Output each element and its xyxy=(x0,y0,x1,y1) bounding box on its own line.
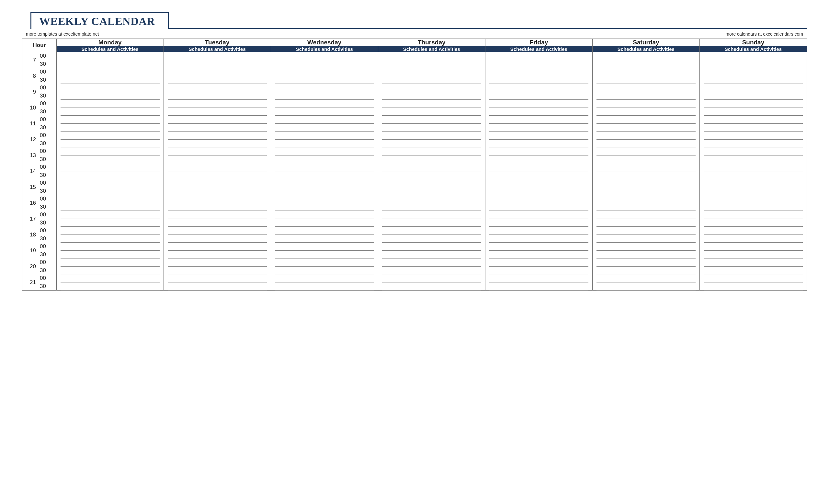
schedule-slot[interactable] xyxy=(597,132,695,140)
schedule-slot[interactable] xyxy=(597,258,695,266)
schedule-slot[interactable] xyxy=(704,203,803,211)
schedule-slot[interactable] xyxy=(489,147,588,155)
schedule-slot[interactable] xyxy=(275,243,374,251)
schedule-slot[interactable] xyxy=(61,76,160,84)
schedule-slot[interactable] xyxy=(382,92,481,100)
schedule-slot[interactable] xyxy=(382,76,481,84)
schedule-slot[interactable] xyxy=(382,251,481,259)
schedule-slot[interactable] xyxy=(597,203,695,211)
schedule-slot[interactable] xyxy=(382,195,481,203)
schedule-slot[interactable] xyxy=(489,60,588,68)
schedule-slot[interactable] xyxy=(168,147,267,155)
schedule-slot[interactable] xyxy=(597,140,695,148)
schedule-slot[interactable] xyxy=(168,211,267,219)
schedule-slot[interactable] xyxy=(597,84,695,92)
schedule-slot[interactable] xyxy=(489,116,588,124)
schedule-slot[interactable] xyxy=(61,258,160,266)
schedule-slot[interactable] xyxy=(597,235,695,243)
day-column-monday[interactable] xyxy=(57,52,164,290)
schedule-slot[interactable] xyxy=(382,282,481,291)
schedule-slot[interactable] xyxy=(168,227,267,235)
schedule-slot[interactable] xyxy=(382,132,481,140)
schedule-slot[interactable] xyxy=(275,227,374,235)
schedule-slot[interactable] xyxy=(61,266,160,275)
schedule-slot[interactable] xyxy=(704,251,803,259)
schedule-slot[interactable] xyxy=(704,219,803,227)
schedule-slot[interactable] xyxy=(168,124,267,132)
schedule-slot[interactable] xyxy=(61,84,160,92)
schedule-slot[interactable] xyxy=(597,60,695,68)
schedule-slot[interactable] xyxy=(489,179,588,187)
schedule-slot[interactable] xyxy=(61,116,160,124)
schedule-slot[interactable] xyxy=(61,124,160,132)
schedule-slot[interactable] xyxy=(489,52,588,60)
schedule-slot[interactable] xyxy=(382,243,481,251)
schedule-slot[interactable] xyxy=(597,219,695,227)
schedule-slot[interactable] xyxy=(597,179,695,187)
schedule-slot[interactable] xyxy=(704,258,803,266)
schedule-slot[interactable] xyxy=(704,163,803,171)
schedule-slot[interactable] xyxy=(168,132,267,140)
schedule-slot[interactable] xyxy=(275,235,374,243)
schedule-slot[interactable] xyxy=(168,92,267,100)
schedule-slot[interactable] xyxy=(61,274,160,282)
schedule-slot[interactable] xyxy=(597,108,695,116)
schedule-slot[interactable] xyxy=(489,108,588,116)
schedule-slot[interactable] xyxy=(275,124,374,132)
schedule-slot[interactable] xyxy=(168,258,267,266)
schedule-slot[interactable] xyxy=(61,251,160,259)
schedule-slot[interactable] xyxy=(382,84,481,92)
schedule-slot[interactable] xyxy=(704,282,803,291)
schedule-slot[interactable] xyxy=(275,211,374,219)
more-templates-link[interactable]: more templates at exceltemplate.net xyxy=(26,31,99,37)
schedule-slot[interactable] xyxy=(382,68,481,76)
schedule-slot[interactable] xyxy=(275,68,374,76)
schedule-slot[interactable] xyxy=(61,235,160,243)
schedule-slot[interactable] xyxy=(704,108,803,116)
schedule-slot[interactable] xyxy=(704,274,803,282)
schedule-slot[interactable] xyxy=(275,258,374,266)
schedule-slot[interactable] xyxy=(382,116,481,124)
schedule-slot[interactable] xyxy=(597,92,695,100)
schedule-slot[interactable] xyxy=(489,124,588,132)
schedule-slot[interactable] xyxy=(168,116,267,124)
schedule-slot[interactable] xyxy=(704,179,803,187)
schedule-slot[interactable] xyxy=(704,84,803,92)
schedule-slot[interactable] xyxy=(489,219,588,227)
schedule-slot[interactable] xyxy=(597,52,695,60)
schedule-slot[interactable] xyxy=(61,52,160,60)
schedule-slot[interactable] xyxy=(275,52,374,60)
schedule-slot[interactable] xyxy=(275,92,374,100)
schedule-slot[interactable] xyxy=(489,274,588,282)
schedule-slot[interactable] xyxy=(275,140,374,148)
schedule-slot[interactable] xyxy=(382,274,481,282)
schedule-slot[interactable] xyxy=(275,76,374,84)
schedule-slot[interactable] xyxy=(168,163,267,171)
schedule-slot[interactable] xyxy=(489,76,588,84)
schedule-slot[interactable] xyxy=(382,147,481,155)
schedule-slot[interactable] xyxy=(168,100,267,108)
schedule-slot[interactable] xyxy=(489,258,588,266)
schedule-slot[interactable] xyxy=(61,187,160,195)
schedule-slot[interactable] xyxy=(275,171,374,179)
schedule-slot[interactable] xyxy=(489,163,588,171)
schedule-slot[interactable] xyxy=(275,155,374,164)
schedule-slot[interactable] xyxy=(489,92,588,100)
schedule-slot[interactable] xyxy=(168,187,267,195)
schedule-slot[interactable] xyxy=(597,116,695,124)
schedule-slot[interactable] xyxy=(168,155,267,164)
schedule-slot[interactable] xyxy=(597,282,695,291)
schedule-slot[interactable] xyxy=(168,140,267,148)
schedule-slot[interactable] xyxy=(275,132,374,140)
schedule-slot[interactable] xyxy=(489,227,588,235)
schedule-slot[interactable] xyxy=(61,227,160,235)
schedule-slot[interactable] xyxy=(597,171,695,179)
schedule-slot[interactable] xyxy=(275,84,374,92)
schedule-slot[interactable] xyxy=(61,147,160,155)
schedule-slot[interactable] xyxy=(382,266,481,275)
schedule-slot[interactable] xyxy=(704,195,803,203)
schedule-slot[interactable] xyxy=(489,235,588,243)
day-column-friday[interactable] xyxy=(485,52,592,290)
schedule-slot[interactable] xyxy=(597,266,695,275)
schedule-slot[interactable] xyxy=(704,92,803,100)
